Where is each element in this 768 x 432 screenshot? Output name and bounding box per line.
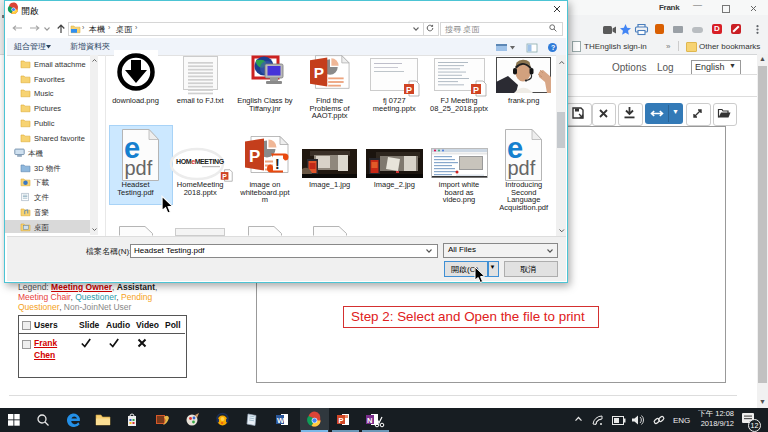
svg-text:P: P: [473, 85, 479, 95]
svg-text:P: P: [313, 64, 323, 81]
svg-text:!: !: [275, 156, 280, 172]
svg-text:P: P: [339, 416, 344, 425]
svg-text:HOMeMEETING: HOMeMEETING: [176, 158, 225, 165]
svg-text:pdf: pdf: [124, 157, 152, 179]
svg-text:pdf: pdf: [508, 157, 536, 179]
svg-text:W: W: [277, 416, 285, 425]
svg-text:P: P: [249, 147, 260, 166]
svg-text:P: P: [406, 85, 412, 95]
svg-text:P: P: [222, 173, 227, 180]
svg-text:N: N: [367, 416, 372, 425]
